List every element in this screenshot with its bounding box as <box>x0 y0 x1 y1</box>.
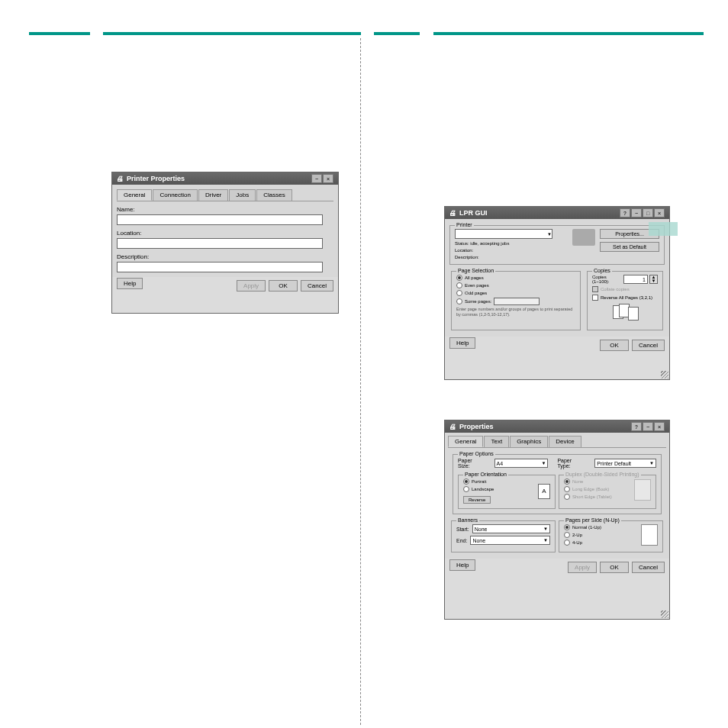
duplex-legend: Duplex (Double-Sided Printing) <box>564 472 641 477</box>
tab-connection[interactable]: Connection <box>153 189 197 201</box>
printer-icon: 🖨 <box>117 175 124 182</box>
some-pages-input[interactable] <box>494 298 540 305</box>
help-button[interactable]: Help <box>449 559 475 571</box>
tab-device[interactable]: Device <box>549 436 581 447</box>
paper-options-legend: Paper Options <box>458 451 495 456</box>
odd-pages-radio[interactable] <box>456 290 462 296</box>
start-select[interactable]: None▼ <box>472 524 550 533</box>
ok-button[interactable]: OK <box>600 340 629 351</box>
duplex-short-label: Short Edge (Tablet) <box>572 494 612 499</box>
end-label: End: <box>456 538 467 543</box>
ok-button[interactable]: OK <box>269 280 298 292</box>
reverse-label: Reverse All Pages (3,2,1) <box>601 295 652 300</box>
paper-type-select[interactable]: Printer Default▼ <box>594 459 656 468</box>
maximize-button[interactable]: □ <box>643 208 653 217</box>
nup-2-radio[interactable] <box>564 532 570 538</box>
section-accent <box>433 32 704 35</box>
duplex-none-radio <box>564 478 570 485</box>
cancel-button[interactable]: Cancel <box>632 562 665 573</box>
help-text: Enter page numbers and/or groups of page… <box>456 307 575 317</box>
all-pages-radio[interactable] <box>456 275 462 281</box>
ok-button[interactable]: OK <box>600 562 629 573</box>
section-accent <box>374 32 420 35</box>
some-pages-radio[interactable] <box>456 298 462 304</box>
set-default-button[interactable]: Set as Default <box>600 242 659 252</box>
tab-general[interactable]: General <box>448 436 483 447</box>
chevron-down-icon: ▼ <box>543 527 548 531</box>
page-selection-legend: Page Selection <box>456 268 495 273</box>
page-divider <box>360 38 361 725</box>
portrait-radio[interactable] <box>463 478 469 485</box>
minimize-button[interactable]: − <box>311 174 322 183</box>
printer-graphic-icon <box>572 229 595 246</box>
resize-grip[interactable] <box>661 371 668 378</box>
help-button[interactable]: ? <box>631 422 642 431</box>
chevron-down-icon: ▼ <box>547 232 552 237</box>
name-field[interactable] <box>117 214 323 225</box>
nup-4-label: 4-Up <box>572 540 582 545</box>
cancel-button[interactable]: Cancel <box>632 340 665 351</box>
tab-general[interactable]: General <box>117 189 152 201</box>
close-button[interactable]: × <box>323 174 333 183</box>
printer-icon: 🖨 <box>449 209 456 217</box>
odd-pages-label: Odd pages <box>465 291 487 295</box>
reverse-checkbox[interactable] <box>592 295 598 301</box>
chevron-down-icon: ▼ <box>541 461 546 465</box>
chevron-down-icon: ▼ <box>649 461 654 465</box>
cancel-button[interactable]: Cancel <box>301 280 333 292</box>
printer-select[interactable]: ▼ <box>455 229 552 239</box>
help-button[interactable]: Help <box>117 278 143 289</box>
tab-classes[interactable]: Classes <box>256 189 292 201</box>
end-select[interactable]: None▼ <box>470 536 550 545</box>
help-button[interactable]: ? <box>620 208 630 217</box>
tab-driver[interactable]: Driver <box>198 189 228 201</box>
nup-4-radio[interactable] <box>564 540 570 546</box>
section-accent <box>103 32 361 35</box>
paper-size-label: Paper Size: <box>458 458 485 469</box>
apply-button[interactable]: Apply <box>237 280 266 292</box>
properties-dialog: 🖨 Properties ? − × General Text Graphics… <box>444 420 670 620</box>
close-button[interactable]: × <box>654 208 665 217</box>
all-pages-label: All pages <box>465 275 484 280</box>
name-label: Name: <box>117 206 333 213</box>
nup-1-radio[interactable] <box>564 524 570 530</box>
paper-type-value: Printer Default <box>597 461 631 466</box>
tab-graphics[interactable]: Graphics <box>510 436 548 447</box>
location-field[interactable] <box>117 238 323 249</box>
status-text: Status: idle, accepting jobs <box>455 241 563 246</box>
description-text: Description: <box>455 255 563 259</box>
dialog-titlebar: 🖨 Properties ? − × <box>445 420 669 433</box>
description-field[interactable] <box>117 262 323 272</box>
paper-size-select[interactable]: A4▼ <box>494 459 549 468</box>
duplex-short-radio <box>564 494 570 500</box>
minimize-button[interactable]: − <box>631 208 642 217</box>
close-button[interactable]: × <box>654 422 665 431</box>
start-label: Start: <box>456 527 469 532</box>
banners-legend: Banners <box>456 517 479 523</box>
landscape-radio[interactable] <box>463 486 469 492</box>
orientation-legend: Paper Orientation <box>463 472 508 477</box>
reverse-toggle[interactable]: Reverse <box>463 496 491 504</box>
highlight-callout <box>649 222 678 236</box>
dialog-title-text: LPR GUI <box>459 209 488 217</box>
tab-jobs[interactable]: Jobs <box>229 189 256 201</box>
location-label: Location: <box>117 230 333 237</box>
minimize-button[interactable]: − <box>643 422 653 431</box>
start-value: None <box>475 527 488 532</box>
description-label: Description: <box>117 253 333 260</box>
copies-spinner[interactable]: ▲▼ <box>649 275 658 284</box>
dialog-title-text: Printer Properties <box>127 175 185 182</box>
section-accent <box>29 32 90 35</box>
nup-2-label: 2-Up <box>572 533 582 537</box>
help-button[interactable]: Help <box>449 337 475 349</box>
tab-text[interactable]: Text <box>484 436 509 447</box>
some-pages-label: Some pages: <box>465 299 491 304</box>
copies-input[interactable] <box>623 275 648 284</box>
resize-grip[interactable] <box>661 610 668 618</box>
dialog-title-text: Properties <box>459 423 494 430</box>
nup-legend: Pages per Side (N-Up) <box>564 517 621 523</box>
collate-icon <box>610 304 640 322</box>
apply-button[interactable]: Apply <box>568 562 597 573</box>
copies-label: Copies (1~100): <box>592 275 622 284</box>
even-pages-radio[interactable] <box>456 282 462 288</box>
